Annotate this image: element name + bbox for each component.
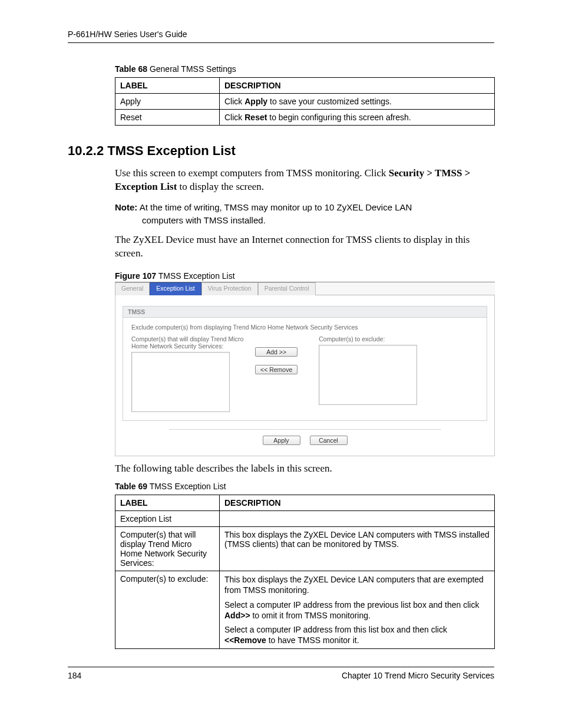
- ss-instruction: Exclude computer(s) from displaying Tren…: [131, 324, 478, 331]
- tab-virus-protection[interactable]: Virus Protection: [201, 282, 258, 295]
- ss-panel-title: TMSS: [123, 306, 487, 318]
- table-68: LABEL DESCRIPTION Apply Click Apply to s…: [115, 77, 495, 126]
- table-68-title: General TMSS Settings: [147, 64, 236, 74]
- running-header: P-661H/HW Series User's Guide: [68, 29, 494, 43]
- section-p2: The ZyXEL Device must have an Internet c…: [115, 233, 494, 261]
- td-reset-label: Reset: [115, 110, 220, 126]
- apply-button[interactable]: Apply: [263, 436, 300, 445]
- td-exception-list-label: Exception List: [115, 511, 220, 527]
- ss-tabbar: General Exception List Virus Protection …: [115, 282, 495, 295]
- td-include-label: Computer(s) that will display Trend Micr…: [115, 527, 220, 571]
- tab-parental-control[interactable]: Parental Control: [258, 282, 316, 295]
- td-exclude-label: Computer(s) to exclude:: [115, 571, 220, 649]
- td-reset-desc: Click Reset to begin configuring this sc…: [220, 110, 495, 126]
- include-listbox[interactable]: [131, 352, 230, 412]
- td-exception-list-desc: [220, 511, 495, 527]
- section-intro: Use this screen to exempt computers from…: [115, 167, 494, 194]
- th-desc: DESCRIPTION: [220, 78, 495, 94]
- ss-divider: [170, 429, 441, 430]
- footer-page-number: 184: [68, 671, 81, 680]
- exclude-listbox[interactable]: [319, 345, 417, 405]
- table-68-caption: Table 68 General TMSS Settings: [115, 64, 494, 74]
- ss-right-label: Computer(s) to exclude:: [319, 335, 437, 342]
- remove-button[interactable]: << Remove: [255, 365, 297, 374]
- table-68-num: Table 68: [115, 64, 147, 74]
- tab-exception-list[interactable]: Exception List: [150, 282, 201, 295]
- section-heading: 10.2.2 TMSS Exception List: [68, 143, 494, 159]
- td-apply-label: Apply: [115, 94, 220, 110]
- table-69-caption: Table 69 TMSS Exception List: [115, 482, 494, 491]
- footer-chapter: Chapter 10 Trend Micro Security Services: [342, 671, 494, 680]
- tab-general[interactable]: General: [115, 282, 150, 295]
- add-button[interactable]: Add >>: [255, 347, 297, 357]
- section-p3: The following table describes the labels…: [115, 462, 494, 476]
- th-label: LABEL: [115, 78, 220, 94]
- td-include-desc: This box displays the ZyXEL Device LAN c…: [220, 527, 495, 571]
- td-exclude-desc: This box displays the ZyXEL Device LAN c…: [220, 571, 495, 649]
- table-69: LABEL DESCRIPTION Exception List Compute…: [115, 495, 495, 649]
- th-label: LABEL: [115, 495, 220, 511]
- td-apply-desc: Click Apply to save your customized sett…: [220, 94, 495, 110]
- figure-107-caption: Figure 107 TMSS Exception List: [115, 271, 494, 281]
- section-note: Note: At the time of writing, TMSS may m…: [115, 201, 494, 227]
- figure-107-screenshot: General Exception List Virus Protection …: [115, 282, 495, 456]
- cancel-button[interactable]: Cancel: [310, 436, 348, 445]
- ss-left-label: Computer(s) that will display Trend Micr…: [131, 335, 249, 350]
- th-desc: DESCRIPTION: [220, 495, 495, 511]
